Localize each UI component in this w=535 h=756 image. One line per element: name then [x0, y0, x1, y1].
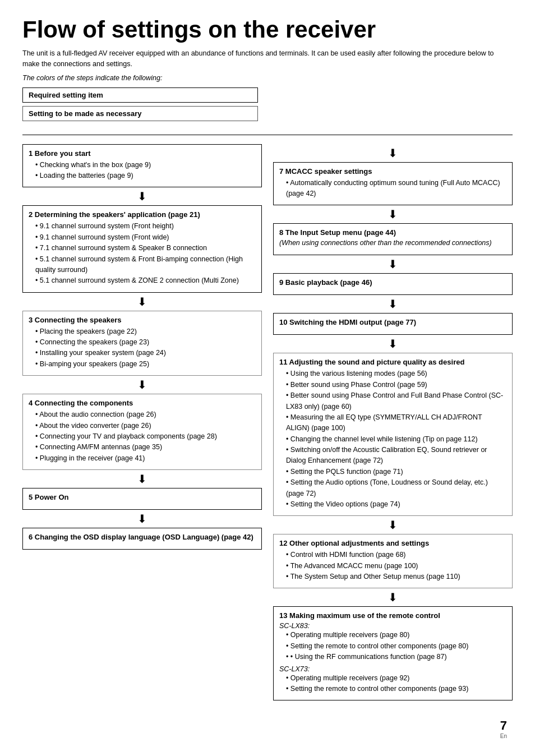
step-13-title: 13 Making maximum use of the remote cont… — [279, 611, 506, 620]
step-8-title: 8 The Input Setup menu (page 44) — [279, 228, 506, 237]
step-9-title: 9 Basic playback (page 46) — [279, 278, 506, 287]
list-item: Better sound using Phase Control (page 5… — [286, 380, 506, 390]
arrow-2: ⬇ — [22, 295, 262, 308]
arrow-r12: ⬇ — [273, 591, 513, 604]
arrow-3: ⬇ — [22, 378, 262, 391]
step-5-title: 5 Power On — [29, 493, 256, 501]
step-7-box: 7 MCACC speaker settings Automatically c… — [273, 162, 513, 206]
arrow-r0: ⬇ — [273, 146, 513, 160]
step-3-box: 3 Connecting the speakers Placing the sp… — [22, 311, 262, 376]
step-3-title: 3 Connecting the speakers — [29, 316, 256, 324]
list-item: 5.1 channel surround system & Front Bi-a… — [35, 254, 256, 276]
step-3-list: Placing the speakers (page 22) Connectin… — [29, 326, 256, 370]
step-13-box: 13 Making maximum use of the remote cont… — [273, 606, 513, 700]
arrow-r11: ⬇ — [273, 518, 513, 532]
list-item: Switching on/off the Acoustic Calibratio… — [286, 445, 506, 467]
section-divider — [22, 135, 513, 135]
color-note: The colors of the steps indicate the fol… — [22, 74, 513, 82]
step-13-title-text: Making maximum use of the remote control — [289, 611, 440, 620]
step-10-title: 10 Switching the HDMI output (page 77) — [279, 318, 506, 326]
step-5-title-text: Power On — [35, 493, 69, 501]
list-item: Better sound using Phase Control and Ful… — [286, 390, 506, 412]
list-item-text: Using the RF communications function (pa… — [295, 653, 447, 661]
step-1-title: 1 Before you start — [29, 149, 256, 158]
list-item: Changing the channel level while listeni… — [286, 434, 506, 445]
step-13-lx83-list: Operating multiple receivers (page 80) S… — [279, 630, 506, 662]
arrow-1: ⬇ — [22, 190, 262, 203]
page-title: Flow of settings on the receiver — [22, 17, 513, 43]
arrow-r7: ⬇ — [273, 208, 513, 221]
step-3-title-text: Connecting the speakers — [35, 316, 122, 324]
list-item: Connecting the speakers (page 23) — [35, 337, 256, 348]
step-1-list: Checking what's in the box (page 9) Load… — [29, 160, 256, 182]
list-item: Loading the batteries (page 9) — [35, 170, 256, 181]
step-4-box: 4 Connecting the components About the au… — [22, 394, 262, 470]
page-number: 7 — [500, 718, 507, 733]
list-item: Using the various listening modes (page … — [286, 368, 506, 379]
step-4-title: 4 Connecting the components — [29, 399, 256, 407]
list-item: The System Setup and Other Setup menus (… — [286, 571, 506, 582]
list-item: About the video converter (page 26) — [35, 421, 256, 431]
list-item: 5.1 channel surround system & ZONE 2 con… — [35, 275, 256, 286]
step-13-lx73-list: Operating multiple receivers (page 92) S… — [279, 673, 506, 695]
list-item: Setting the Video options (page 74) — [286, 499, 506, 510]
step-3-num: 3 — [29, 316, 35, 324]
step-5-num: 5 — [29, 493, 35, 501]
list-item: Setting the Audio options (Tone, Loudnes… — [286, 477, 506, 499]
step-8-title-text: The Input Setup menu (page 44) — [285, 228, 396, 237]
list-item: Setting the remote to control other comp… — [286, 684, 506, 694]
left-column: 1 Before you start Checking what's in th… — [22, 144, 262, 550]
step-13-sc-lx73-label: SC-LX73: — [279, 665, 506, 673]
step-6-box: 6 Changing the OSD display language (OSD… — [22, 528, 262, 550]
step-9-box: 9 Basic playback (page 46) — [273, 273, 513, 295]
list-item: Measuring the all EQ type (SYMMETRY/ALL … — [286, 412, 506, 434]
arrow-r10: ⬇ — [273, 337, 513, 351]
list-item: 9.1 channel surround system (Front wide) — [35, 232, 256, 243]
legend-required-label: Required setting item — [29, 91, 103, 99]
step-4-num: 4 — [29, 399, 35, 407]
en-label: En — [500, 733, 507, 739]
step-1-num: 1 — [29, 149, 35, 158]
list-item: 9.1 channel surround system (Front heigh… — [35, 221, 256, 232]
list-item: Connecting your TV and playback componen… — [35, 431, 256, 442]
legend-required-box: Required setting item — [22, 87, 258, 103]
step-1-title-text: Before you start — [35, 149, 91, 158]
right-column: ⬇ 7 MCACC speaker settings Automatically… — [273, 144, 513, 701]
step-7-num: 7 — [279, 167, 285, 176]
list-item: Setting the remote to control other comp… — [286, 641, 506, 652]
list-item: Installing your speaker system (page 24) — [35, 348, 256, 358]
step-13-num: 13 — [279, 611, 289, 620]
step-11-box: 11 Adjusting the sound and picture quali… — [273, 353, 513, 516]
legend-optional-label: Setting to be made as necessary — [29, 109, 142, 118]
list-item: • Using the RF communications function (… — [286, 652, 506, 662]
step-4-title-text: Connecting the components — [35, 399, 133, 407]
step-9-title-text: Basic playback (page 46) — [285, 278, 372, 287]
arrow-r8: ⬇ — [273, 257, 513, 271]
list-item: The Advanced MCACC menu (page 100) — [286, 561, 506, 571]
step-11-title: 11 Adjusting the sound and picture quali… — [279, 358, 506, 366]
list-item: Plugging in the receiver (page 41) — [35, 453, 256, 464]
intro-text: The unit is a full-fledged AV receiver e… — [22, 48, 513, 70]
step-2-title-text: Determining the speakers' application (p… — [35, 210, 200, 219]
step-10-title-text: Switching the HDMI output (page 77) — [289, 318, 416, 326]
arrow-4: ⬇ — [22, 472, 262, 486]
list-item: Control with HDMI function (page 68) — [286, 550, 506, 560]
step-12-num: 12 — [279, 539, 289, 547]
list-item: Operating multiple receivers (page 80) — [286, 630, 506, 640]
step-8-subtitle: (When using connections other than the r… — [279, 239, 506, 247]
step-2-title: 2 Determining the speakers' application … — [29, 210, 256, 219]
list-item: Checking what's in the box (page 9) — [35, 160, 256, 170]
step-10-num: 10 — [279, 318, 289, 326]
page-number-area: 7 En — [500, 718, 507, 739]
step-9-num: 9 — [279, 278, 285, 287]
list-item: Placing the speakers (page 22) — [35, 326, 256, 337]
step-2-num: 2 — [29, 210, 35, 219]
step-11-num: 11 — [279, 358, 289, 366]
list-item: 7.1 channel surround system & Speaker B … — [35, 243, 256, 253]
step-4-list: About the audio connection (page 26) Abo… — [29, 409, 256, 464]
step-11-title-text: Adjusting the sound and picture quality … — [289, 358, 465, 366]
step-8-box: 8 The Input Setup menu (page 44) (When u… — [273, 223, 513, 255]
list-item: Connecting AM/FM antennas (page 35) — [35, 442, 256, 453]
arrow-5: ⬇ — [22, 512, 262, 525]
step-7-title-text: MCACC speaker settings — [285, 167, 372, 176]
